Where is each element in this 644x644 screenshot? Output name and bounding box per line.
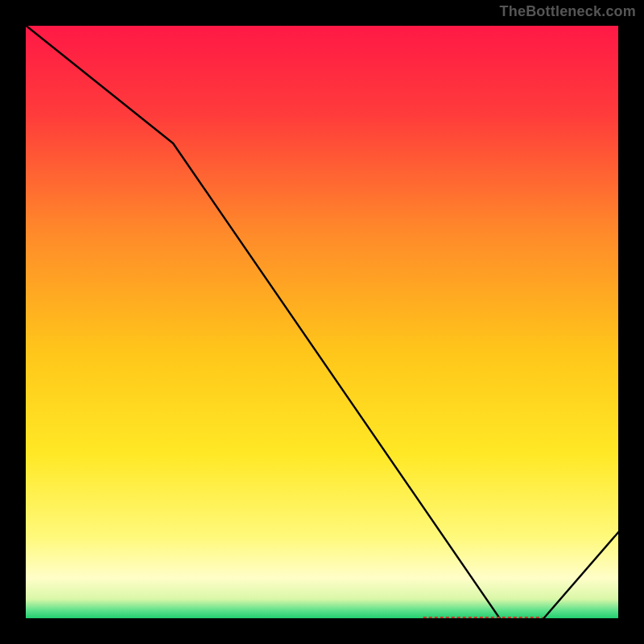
chart-container: TheBottleneck.com bbox=[0, 0, 644, 644]
attribution-label: TheBottleneck.com bbox=[500, 3, 636, 20]
plot-background bbox=[24, 24, 620, 620]
bottleneck-chart bbox=[0, 0, 644, 644]
